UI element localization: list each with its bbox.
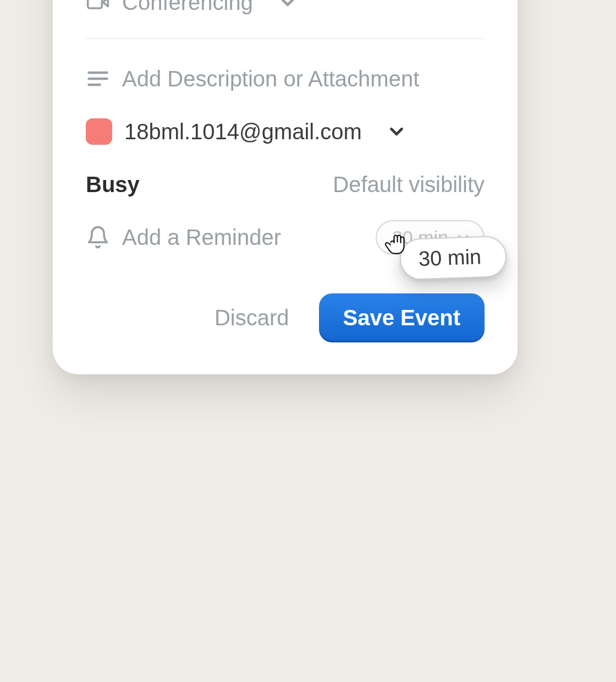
reminder-row: Add a Reminder 30 min 30 min	[86, 211, 485, 264]
svg-rect-2	[88, 0, 102, 8]
chevron-down-icon	[277, 0, 298, 13]
save-event-button[interactable]: Save Event	[319, 293, 485, 342]
add-reminder-field[interactable]: Add a Reminder	[86, 225, 281, 250]
divider	[86, 39, 485, 39]
event-editor-card: Add Members Location Conferencing	[53, 0, 518, 374]
calendar-email: 18bml.1014@gmail.com	[124, 119, 362, 144]
visibility-selector[interactable]: Default visibility	[333, 172, 485, 197]
conferencing-field[interactable]: Conferencing	[86, 0, 485, 29]
grab-cursor-icon	[383, 230, 410, 256]
calendar-selector[interactable]: 18bml.1014@gmail.com	[86, 105, 485, 158]
close-icon[interactable]	[490, 245, 491, 269]
discard-button[interactable]: Discard	[215, 305, 289, 330]
text-lines-icon	[86, 67, 110, 91]
video-icon	[86, 0, 110, 14]
calendar-color-chip	[86, 118, 112, 145]
bell-icon	[86, 225, 110, 249]
reminder-label: Add a Reminder	[122, 225, 281, 250]
reminder-chip-dragging[interactable]: 30 min	[399, 236, 508, 281]
chevron-down-icon	[386, 121, 407, 142]
svg-marker-3	[103, 0, 108, 6]
availability-selector[interactable]: Busy	[86, 172, 140, 197]
conferencing-label: Conferencing	[122, 0, 253, 15]
reminder-chip-dragging-label: 30 min	[418, 245, 481, 271]
status-row: Busy Default visibility	[86, 158, 485, 211]
action-buttons: Discard Save Event	[86, 293, 485, 342]
description-field[interactable]: Add Description or Attachment	[86, 52, 485, 105]
description-label: Add Description or Attachment	[122, 67, 419, 91]
